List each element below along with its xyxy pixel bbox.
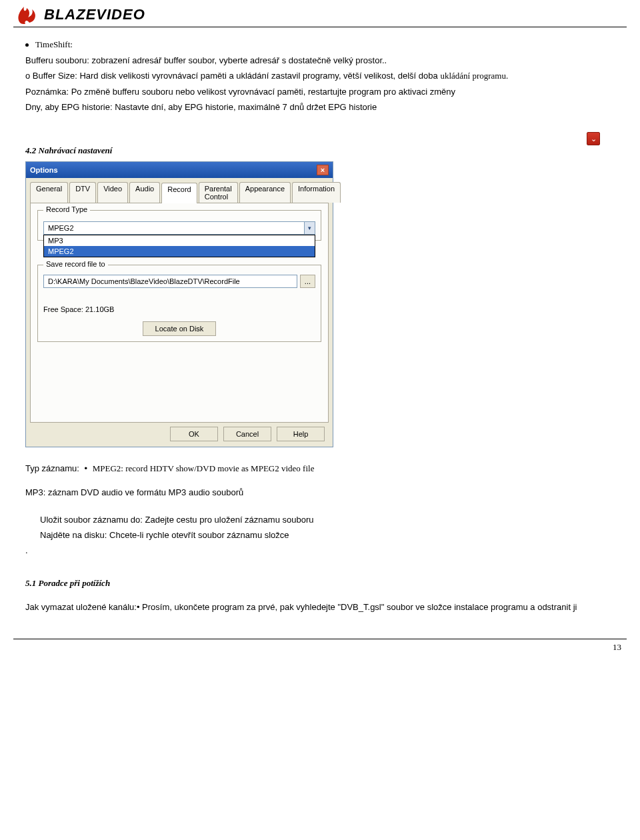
buffer-line: Bufferu souboru: zobrazení adresář buffe… [25, 55, 627, 65]
heading-troubleshoot: 5.1 Poradce při potížích [25, 578, 627, 589]
page-number: 13 [613, 642, 621, 652]
chevron-down-icon[interactable]: ▾ [304, 222, 315, 234]
record-type-dropdown: MP3 MPEG2 [43, 235, 315, 257]
record-type-combo[interactable]: MPEG2 ▾ [43, 221, 315, 235]
combo-selected-value: MPEG2 [44, 224, 304, 232]
save-path-field[interactable]: D:\KARA\My Documents\BlazeVideo\BlazeDTV… [43, 275, 297, 288]
trailing-dot: . [25, 545, 627, 555]
window-body: General DTV Video Audio Record Parental … [26, 178, 333, 447]
tabs-row: General DTV Video Audio Record Parental … [30, 182, 329, 203]
tab-video[interactable]: Video [97, 182, 128, 203]
typ-zaznamu-line: Typ záznamu: • MPEG2: record HDTV show/D… [25, 463, 627, 474]
buffer-size-tail: ukládání programu. [440, 71, 508, 81]
tab-information[interactable]: Information [292, 182, 341, 203]
options-window: Options × General DTV Video Audio Record… [25, 161, 333, 447]
tab-parental[interactable]: Parental Control [199, 182, 238, 203]
dny-line: Dny, aby EPG historie: Nastavte dní, aby… [25, 102, 627, 112]
bullet-icon [25, 43, 29, 47]
buffer-size-prefix: o Buffer Size: Hard disk velikosti vyrov… [25, 71, 438, 81]
browse-button[interactable]: ... [300, 275, 315, 288]
tab-general[interactable]: General [30, 182, 68, 203]
tab-appearance[interactable]: Appearance [239, 182, 291, 203]
save-to-desc: Uložit soubor záznamu do: Zadejte cestu … [40, 515, 627, 525]
page-header: BLAZEVIDEO [13, 0, 627, 27]
note-line: Poznámka: Po změně bufferu souboru nebo … [25, 87, 627, 97]
dropdown-item-mpeg2[interactable]: MPEG2 [44, 246, 315, 257]
window-title: Options [30, 166, 58, 174]
trouble-line: Jak vymazat uložené kanálu:• Prosím, uko… [25, 602, 627, 612]
tab-audio[interactable]: Audio [129, 182, 160, 203]
free-space-label: Free Space: 21.10GB [43, 305, 315, 313]
mpeg2-desc: MPEG2: record HDTV show/DVD movie as MPE… [93, 463, 315, 473]
ok-button[interactable]: OK [170, 427, 218, 441]
timeshift-label: TimeShift: [35, 39, 73, 50]
tab-panel-record: Record Type MPEG2 ▾ MP3 MPEG2 Save recor… [30, 203, 329, 423]
help-button[interactable]: Help [277, 427, 325, 441]
group-record-type: Record Type MPEG2 ▾ MP3 MPEG2 [37, 210, 321, 241]
tab-record[interactable]: Record [161, 183, 197, 203]
typ-zaznamu-label: Typ záznamu: [25, 463, 79, 473]
tab-dtv[interactable]: DTV [69, 182, 96, 203]
group-title-save: Save record file to [43, 260, 108, 268]
locate-desc: Najděte na disku: Chcete-li rychle otevř… [40, 530, 627, 540]
group-save-file: Save record file to D:\KARA\My Documents… [37, 265, 321, 342]
brand-text: BLAZEVIDEO [44, 6, 145, 23]
mp3-desc: MP3: záznam DVD audio ve formátu MP3 aud… [25, 487, 627, 497]
cancel-button[interactable]: Cancel [223, 427, 271, 441]
window-button-row: OK Cancel Help [30, 427, 329, 441]
window-titlebar: Options × [26, 162, 333, 178]
dropdown-item-mp3[interactable]: MP3 [44, 235, 315, 246]
dropdown-indicator-icon: ⌄ [587, 132, 600, 145]
heading-recording-settings: 4.2 Nahrávací nastavení [25, 145, 627, 156]
page-footer: 13 [13, 639, 627, 653]
locate-on-disk-button[interactable]: Locate on Disk [143, 321, 216, 336]
bullet-timeshift: TimeShift: [25, 39, 627, 50]
flame-icon [13, 4, 40, 25]
group-title-record-type: Record Type [43, 205, 90, 213]
buffer-size-line: o Buffer Size: Hard disk velikosti vyrov… [25, 71, 627, 81]
close-icon[interactable]: × [317, 165, 329, 175]
